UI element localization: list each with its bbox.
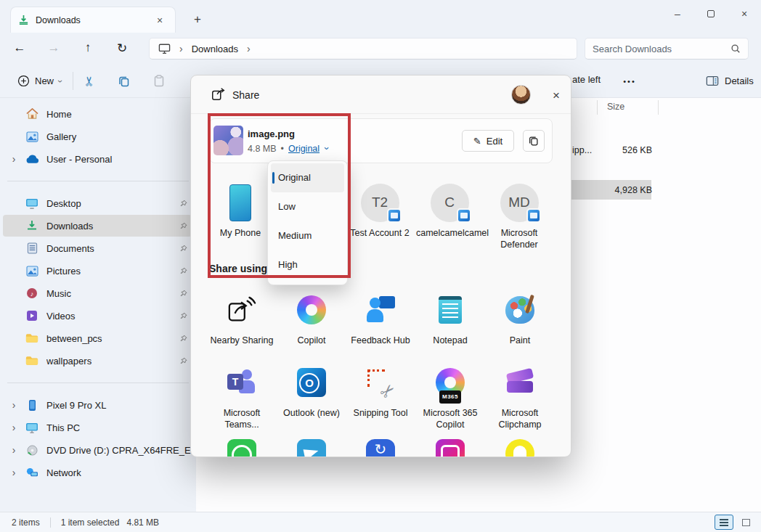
cut-button[interactable]: ✂ <box>77 70 102 92</box>
mail-app-badge-icon <box>387 208 402 223</box>
address-bar[interactable]: › Downloads › <box>149 38 577 60</box>
share-target-contact[interactable]: T2 Test Account 2 <box>346 183 413 239</box>
network-icon <box>25 465 39 480</box>
column-divider[interactable] <box>597 100 598 115</box>
app-phone-link[interactable] <box>347 434 414 457</box>
copy-file-button[interactable] <box>523 130 545 152</box>
app-copilot[interactable]: Copilot <box>278 290 345 346</box>
pin-icon <box>174 200 192 208</box>
column-divider[interactable] <box>658 100 659 115</box>
minimize-button[interactable]: – <box>661 0 694 28</box>
sidebar-item-desktop[interactable]: Desktop <box>3 192 192 214</box>
tab-downloads[interactable]: Downloads × <box>10 7 176 33</box>
large-icons-view-toggle[interactable] <box>736 515 755 530</box>
sidebar-item-wallpapers[interactable]: wallpapers <box>3 350 192 372</box>
app-paint[interactable]: Paint <box>487 290 553 346</box>
file-size: 4,928 KB <box>588 185 652 195</box>
sidebar-divider <box>7 181 189 181</box>
app-feedback-hub[interactable]: Feedback Hub <box>347 290 414 346</box>
expand-chevron-icon[interactable]: › <box>3 467 25 478</box>
sidebar-item-pixel-phone[interactable]: › Pixel 9 Pro XL <box>3 394 192 416</box>
app-microsoft-teams[interactable]: T Microsoft Teams... <box>208 363 275 430</box>
copilot-icon <box>297 295 326 324</box>
app-whatsapp[interactable] <box>208 434 275 457</box>
expand-chevron-icon[interactable]: › <box>3 153 25 165</box>
list-view-icon <box>720 519 728 526</box>
mail-app-badge-icon <box>457 208 471 223</box>
edit-button-label: Edit <box>487 136 502 147</box>
new-button[interactable]: New › <box>10 70 69 92</box>
sidebar-item-network[interactable]: › Network <box>3 462 192 483</box>
app-telegram[interactable] <box>278 434 345 457</box>
thumbnail-view-icon <box>742 519 750 526</box>
close-button[interactable]: × <box>728 0 761 28</box>
tab-title: Downloads <box>36 15 152 25</box>
sidebar-item-onedrive[interactable]: › User - Personal <box>3 148 192 170</box>
forward-button[interactable]: → <box>41 36 66 60</box>
sidebar-item-gallery[interactable]: Gallery <box>3 126 192 147</box>
feedback-hub-icon <box>365 294 396 326</box>
annotation-highlight-box <box>208 113 351 278</box>
sidebar-item-videos[interactable]: Videos <box>3 305 192 327</box>
paste-icon <box>152 75 166 88</box>
maximize-button[interactable] <box>694 0 728 28</box>
expand-chevron-icon[interactable]: › <box>3 399 25 411</box>
app-instagram[interactable] <box>417 434 484 457</box>
pin-icon <box>174 245 192 253</box>
tab-close-icon[interactable]: × <box>152 12 168 28</box>
sidebar-item-dvd-drive[interactable]: › DVD Drive (D:) CPRA_X64FRE_EN-US_DV <box>3 439 192 461</box>
navigation-bar: ← → ↑ ↻ › Downloads › <box>0 33 761 64</box>
pin-icon <box>174 222 192 230</box>
up-button[interactable]: ↑ <box>76 36 100 60</box>
details-view-toggle[interactable] <box>715 515 733 530</box>
refresh-button[interactable]: ↻ <box>110 36 134 60</box>
app-snipping-tool[interactable]: ✂ Snipping Tool <box>347 363 414 419</box>
app-label: Outlook (new) <box>283 408 340 418</box>
edit-button[interactable]: ✎ Edit <box>462 130 514 152</box>
sidebar-item-between-pcs[interactable]: between_pcs <box>3 327 192 349</box>
sidebar-item-home[interactable]: Home <box>3 103 192 125</box>
share-target-contact[interactable]: MD Microsoft Defender <box>486 183 553 250</box>
app-outlook-new[interactable]: Outlook (new) <box>278 363 345 419</box>
dialog-close-button[interactable]: × <box>547 86 566 105</box>
app-nearby-sharing[interactable]: Nearby Sharing <box>208 290 275 346</box>
app-label: Copilot <box>298 335 326 345</box>
breadcrumb-downloads[interactable]: Downloads <box>192 44 238 54</box>
selection-count: 1 item selected <box>61 517 120 528</box>
see-more-button[interactable]: ••• <box>619 70 640 92</box>
app-microsoft-365-copilot[interactable]: M365 Microsoft 365 Copilot <box>417 363 484 430</box>
telegram-icon <box>297 439 326 457</box>
sidebar-divider <box>7 382 189 383</box>
sidebar-item-downloads[interactable]: Downloads <box>3 215 192 237</box>
search-icon <box>731 44 741 54</box>
sidebar-item-this-pc[interactable]: › This PC <box>3 417 192 438</box>
contact-avatar: MD <box>500 184 539 222</box>
account-avatar[interactable] <box>511 85 531 105</box>
plus-circle-icon <box>17 75 30 87</box>
sidebar-item-documents[interactable]: Documents <box>3 237 192 259</box>
app-notepad[interactable]: Notepad <box>417 290 484 346</box>
app-microsoft-clipchamp[interactable]: Microsoft Clipchamp <box>487 363 553 430</box>
outlook-icon <box>297 368 326 397</box>
toolbar-divider <box>73 72 73 90</box>
back-button[interactable]: ← <box>7 36 32 60</box>
details-button[interactable]: Details <box>700 70 760 92</box>
copy-button[interactable] <box>112 70 137 92</box>
sidebar-item-pictures[interactable]: Pictures <box>3 260 192 282</box>
share-target-contact[interactable]: C camelcamelcamel <box>416 183 483 239</box>
search-box[interactable] <box>585 38 749 60</box>
expand-chevron-icon[interactable]: › <box>3 422 25 433</box>
rotate-left-button[interactable]: ate left <box>572 74 601 85</box>
details-pane-icon <box>706 75 719 86</box>
snapchat-icon <box>505 439 534 457</box>
search-input[interactable] <box>593 44 731 54</box>
details-button-label: Details <box>725 75 754 86</box>
pin-icon <box>174 335 192 343</box>
new-tab-button[interactable]: + <box>187 9 208 30</box>
size-column-header[interactable]: Size <box>607 102 624 112</box>
paste-button[interactable] <box>147 70 171 92</box>
expand-chevron-icon[interactable]: › <box>3 444 25 456</box>
app-snapchat[interactable] <box>487 434 553 457</box>
pin-icon <box>174 312 192 320</box>
sidebar-item-music[interactable]: ♪ Music <box>3 282 192 304</box>
